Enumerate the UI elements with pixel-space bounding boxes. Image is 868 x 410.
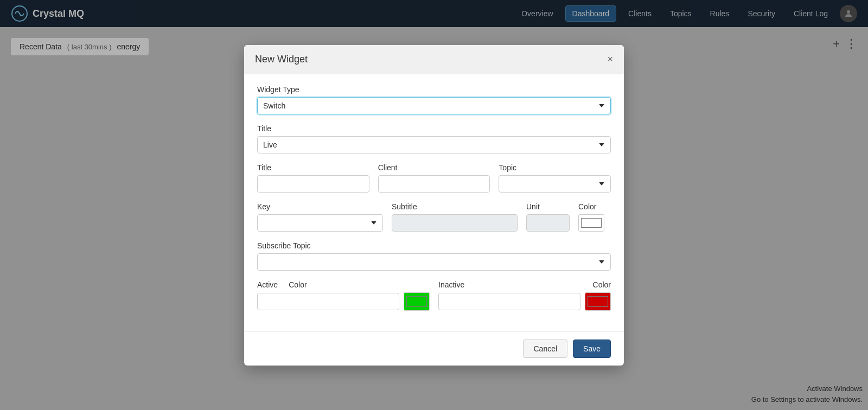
active-color-label: Color: [289, 280, 307, 289]
modal-footer: Cancel Save: [244, 331, 624, 366]
widget-type-label: Widget Type: [257, 85, 611, 94]
key-subtitle-unit-color-row: Key Subtitle Unit Color: [257, 202, 611, 232]
title-mode-col: Title Live Static: [257, 124, 611, 153]
modal-overlay: New Widget × Widget Type Switch Chart Ga…: [0, 0, 868, 410]
color-label: Color: [578, 202, 611, 211]
save-button[interactable]: Save: [573, 339, 611, 358]
modal-body: Widget Type Switch Chart Gauge Text Butt…: [244, 74, 624, 331]
active-label: Active: [257, 280, 278, 289]
subscribe-topic-group: Subscribe Topic: [257, 241, 611, 271]
client-label: Client: [378, 163, 490, 172]
color-picker[interactable]: [578, 214, 604, 232]
topic-col: Topic: [499, 163, 611, 193]
cancel-button[interactable]: Cancel: [523, 339, 567, 358]
new-widget-modal: New Widget × Widget Type Switch Chart Ga…: [244, 45, 624, 366]
topic-label: Topic: [499, 163, 611, 172]
color-col: Color: [578, 202, 611, 232]
title-mode-row: Title Live Static: [257, 124, 611, 153]
inactive-col: Inactive Color: [438, 280, 611, 311]
modal-close-button[interactable]: ×: [607, 54, 613, 64]
title-label: Title: [257, 163, 369, 172]
subscribe-topic-select[interactable]: [257, 253, 611, 271]
subscribe-topic-label: Subscribe Topic: [257, 241, 611, 250]
modal-header: New Widget ×: [244, 45, 624, 74]
active-input[interactable]: [257, 293, 399, 310]
title-input[interactable]: [257, 175, 369, 193]
modal-title: New Widget: [255, 54, 308, 65]
key-label: Key: [257, 202, 383, 211]
key-col: Key: [257, 202, 383, 232]
unit-input[interactable]: [526, 214, 570, 232]
active-inactive-row: Active Color Inactive Color: [257, 280, 611, 311]
widget-type-select[interactable]: Switch Chart Gauge Text Button: [257, 97, 611, 114]
title-client-topic-row: Title Client Topic: [257, 163, 611, 193]
subtitle-col: Subtitle: [392, 202, 518, 232]
unit-col: Unit: [526, 202, 570, 232]
widget-type-group: Widget Type Switch Chart Gauge Text Butt…: [257, 85, 611, 114]
topic-select[interactable]: [499, 175, 611, 193]
inactive-color-picker[interactable]: [585, 292, 611, 311]
title-mode-label: Title: [257, 124, 611, 133]
subtitle-input[interactable]: [392, 214, 518, 232]
active-color-picker[interactable]: [404, 292, 430, 311]
inactive-label: Inactive: [438, 280, 464, 289]
client-col: Client: [378, 163, 490, 193]
active-col: Active Color: [257, 280, 430, 311]
title-mode-select[interactable]: Live Static: [257, 136, 611, 153]
inactive-input[interactable]: [438, 293, 580, 310]
subtitle-label: Subtitle: [392, 202, 518, 211]
key-select[interactable]: [257, 214, 383, 232]
title-col: Title: [257, 163, 369, 193]
unit-label: Unit: [526, 202, 570, 211]
client-input[interactable]: [378, 175, 490, 193]
inactive-color-label: Color: [593, 280, 611, 289]
